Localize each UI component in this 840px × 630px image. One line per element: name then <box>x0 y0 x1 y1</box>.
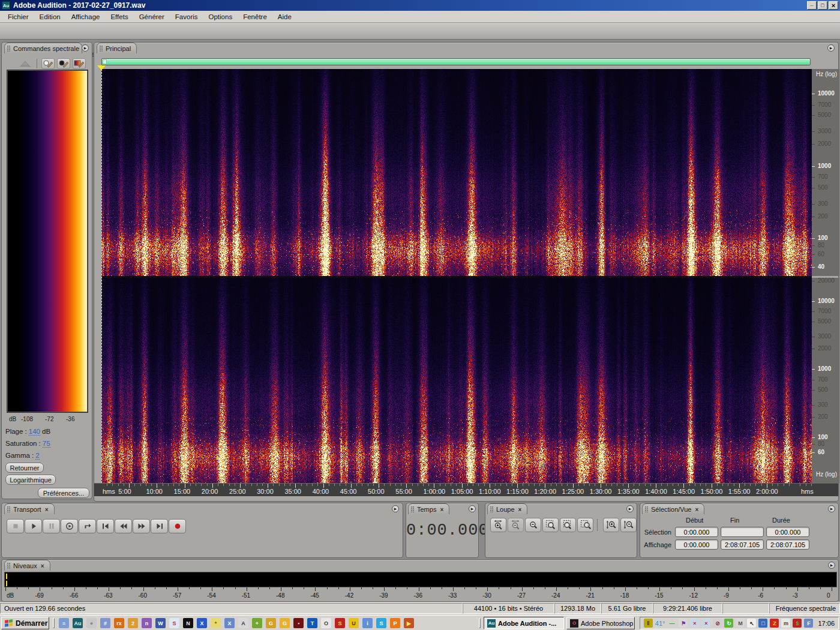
pause-button[interactable] <box>43 519 60 533</box>
tray-money-icon[interactable]: $ <box>793 619 802 628</box>
level-meter[interactable] <box>4 572 837 587</box>
quicklaunch-notes-icon[interactable]: A <box>238 618 248 628</box>
panel-menu-icon[interactable] <box>469 505 476 512</box>
start-button[interactable]: Démarrer <box>1 617 49 629</box>
play-from-cursor-button[interactable] <box>61 519 78 533</box>
close-icon[interactable] <box>518 506 522 513</box>
quicklaunch-word-icon[interactable]: W <box>155 618 166 628</box>
frequency-axis-right-channel[interactable]: Hz (log) 2000010000700050003000200010007… <box>812 278 839 483</box>
preferences-button[interactable]: Préférences... <box>38 488 89 498</box>
logarithmique-button[interactable]: Logarithmique <box>5 475 56 485</box>
menu-fenetre[interactable]: Fenêtre <box>238 12 272 22</box>
tray-network-1-icon[interactable]: × <box>690 619 699 628</box>
minimize-button[interactable] <box>807 1 817 10</box>
frequency-axis-left-channel[interactable]: Hz (log) 1000070005000300020001000700500… <box>812 69 839 276</box>
fast-forward-button[interactable] <box>133 519 150 533</box>
horizontal-scrollbar[interactable] <box>101 58 811 65</box>
quicklaunch-audition-icon[interactable]: Au <box>73 618 83 628</box>
quicklaunch-pdf-icon[interactable]: P <box>390 618 400 628</box>
zoom-in-horizontal-button[interactable] <box>490 518 506 532</box>
tray-pointer-device-icon[interactable]: M <box>736 619 745 628</box>
menu-affichage[interactable]: Affichage <box>66 12 106 22</box>
zoom-selection-left-button[interactable] <box>560 518 576 532</box>
niveaux-tab[interactable]: Niveaux <box>4 560 50 571</box>
title-bar[interactable]: Au Adobe Audition - 2017-02-27_0917.wav <box>0 0 840 11</box>
quicklaunch-xdoc-icon[interactable]: X <box>224 618 235 628</box>
channel-divider[interactable] <box>101 276 812 278</box>
menu-aide[interactable]: Aide <box>272 12 297 22</box>
quicklaunch-mediaplayer-icon[interactable]: ▶ <box>404 618 414 628</box>
scrollbar-cap[interactable] <box>103 59 107 64</box>
spectrogram-right-channel[interactable] <box>101 278 812 483</box>
quicklaunch-video-icon[interactable]: ▪ <box>293 618 304 628</box>
selection-fin-field[interactable] <box>721 527 764 537</box>
go-to-end-button[interactable] <box>151 519 168 533</box>
stop-button[interactable] <box>7 519 24 533</box>
taskbar-clock[interactable]: 17:06 <box>818 620 835 627</box>
quicklaunch-globe-1-icon[interactable]: G <box>266 618 276 628</box>
close-button[interactable] <box>829 1 838 10</box>
menu-favoris[interactable]: Favoris <box>170 12 203 22</box>
close-icon[interactable] <box>45 506 49 513</box>
temps-tab[interactable]: Temps <box>408 503 449 514</box>
panel-menu-icon[interactable] <box>828 505 835 512</box>
selection-vue-tab[interactable]: Sélection/Vue <box>642 503 704 514</box>
quicklaunch-rx-icon[interactable]: rx <box>114 618 124 628</box>
quicklaunch-timer-icon[interactable]: O <box>321 618 331 628</box>
selection-duree-field[interactable]: 0:00.000 <box>766 527 809 537</box>
menu-fichier[interactable]: Fichier <box>2 12 34 22</box>
tray-network-2-icon[interactable]: × <box>701 619 710 628</box>
zoom-in-vertical-button[interactable] <box>603 518 619 532</box>
tray-folder-icon[interactable]: F <box>804 619 813 628</box>
quicklaunch-onenote-icon[interactable]: n <box>142 618 152 628</box>
quicklaunch-burst-icon[interactable]: * <box>211 618 221 628</box>
quicklaunch-sphere-icon[interactable]: ● <box>86 618 97 628</box>
tray-cursor-icon[interactable]: ↖ <box>747 619 756 628</box>
panel-menu-icon[interactable] <box>828 562 835 569</box>
tray-mouse-icon[interactable]: m <box>781 619 790 628</box>
transport-tab[interactable]: Transport <box>4 503 55 514</box>
menu-edition[interactable]: Edition <box>34 12 66 22</box>
affichage-duree-field[interactable]: 2:08:07.105 <box>766 539 809 550</box>
go-to-start-button[interactable] <box>97 519 114 533</box>
saturation-value[interactable]: 75 <box>43 440 50 448</box>
play-button[interactable] <box>25 519 42 533</box>
tray-display-icon[interactable]: □ <box>758 619 767 628</box>
menu-effets[interactable]: Effets <box>105 12 133 22</box>
panel-menu-icon[interactable] <box>392 505 399 512</box>
panel-menu-icon[interactable] <box>626 505 634 512</box>
panel-menu-icon[interactable] <box>82 44 89 52</box>
panel-menu-icon[interactable] <box>827 44 835 52</box>
quicklaunch-netscape-icon[interactable]: N <box>183 618 193 628</box>
zoom-out-horizontal-button[interactable] <box>508 518 524 532</box>
tray-sync-icon[interactable]: ↻ <box>724 619 733 628</box>
tray-firewall-icon[interactable]: Z <box>770 619 779 628</box>
close-icon[interactable] <box>41 563 44 569</box>
task-button-audition[interactable]: Au Adobe Audition -... <box>484 617 564 629</box>
level-ruler[interactable]: dB -69-66-63-60-57-54-51-48-45-42-39-36-… <box>2 587 839 602</box>
quicklaunch-calculator-icon[interactable]: # <box>100 618 110 628</box>
quicklaunch-xtool-icon[interactable]: X <box>197 618 207 628</box>
paint-black-button[interactable] <box>57 58 70 69</box>
maximize-button[interactable] <box>818 1 827 10</box>
playhead-line[interactable] <box>101 69 102 483</box>
quicklaunch-skype-icon[interactable]: S <box>376 618 386 628</box>
quicklaunch-show-desktop-icon[interactable]: ≡ <box>59 618 69 628</box>
selection-debut-field[interactable]: 0:00.000 <box>675 527 718 537</box>
zoom-to-selection-button[interactable] <box>542 518 559 532</box>
close-icon[interactable] <box>695 506 698 513</box>
paint-white-button[interactable] <box>41 58 55 69</box>
loop-button[interactable] <box>79 519 96 533</box>
tray-volume-muted-icon[interactable]: ⊘ <box>713 619 722 628</box>
quicklaunch-tc-icon[interactable]: T <box>307 618 317 628</box>
quicklaunch-planet-icon[interactable]: S <box>169 618 179 628</box>
zoom-out-full-button[interactable] <box>525 518 541 532</box>
quicklaunch-bz-icon[interactable]: 2 <box>128 618 138 628</box>
spectrogram-left-channel[interactable] <box>101 69 812 276</box>
zoom-selection-right-button[interactable] <box>577 518 593 532</box>
tray-audio-levels-icon[interactable]: ‖ <box>644 619 653 628</box>
quicklaunch-globe-2-icon[interactable]: G <box>280 618 290 628</box>
tray-status-green-icon[interactable]: — <box>667 619 676 628</box>
time-ruler[interactable]: hms hms 5:0010:0015:0020:0025:0030:0035:… <box>94 483 838 496</box>
loupe-tab[interactable]: Loupe <box>487 503 527 514</box>
